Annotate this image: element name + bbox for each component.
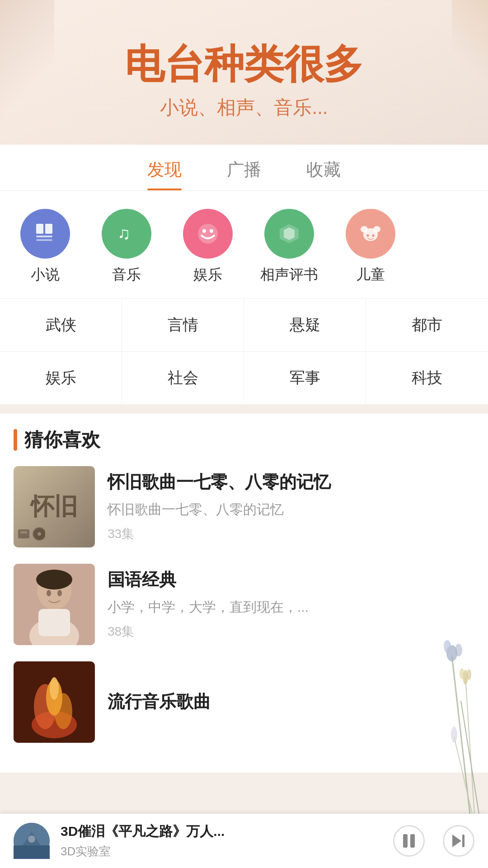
genre-dushi[interactable]: 都市 [366, 299, 488, 352]
category-entertainment[interactable]: 娱乐 [172, 209, 244, 285]
entertainment-icon [183, 209, 233, 259]
genre-yanqing[interactable]: 言情 [122, 299, 244, 352]
next-icon [450, 832, 468, 850]
tab-broadcast[interactable]: 广播 [227, 158, 261, 190]
rec-header: 猜你喜欢 [14, 427, 474, 453]
crosstalk-label: 相声评书 [260, 265, 318, 285]
hero-subtitle: 小说、相声、音乐... [160, 95, 328, 120]
pause-button[interactable] [393, 825, 425, 857]
recommendation-section: 猜你喜欢 怀旧 怀旧歌曲一七零、八零的记忆 怀旧歌曲一七零、八零的记忆 33集 [0, 414, 488, 773]
pause-bar-right [410, 834, 415, 848]
pause-icon [403, 834, 415, 848]
svg-point-14 [372, 234, 375, 237]
deco-left [0, 0, 54, 118]
svg-rect-15 [18, 529, 29, 538]
category-music[interactable]: ♫ 音乐 [90, 209, 163, 285]
thumb-huaijiu: 怀旧 [14, 466, 95, 547]
player-bar: 3D催泪《平凡之路》万人... 3D实验室 [0, 814, 488, 868]
svg-point-24 [47, 590, 51, 596]
svg-marker-9 [284, 227, 295, 240]
svg-point-21 [36, 570, 72, 590]
svg-point-25 [57, 590, 62, 596]
novel-icon [20, 209, 70, 259]
svg-point-11 [361, 226, 368, 232]
novel-label: 小说 [31, 265, 60, 285]
svg-rect-0 [36, 224, 43, 234]
music-icon: ♫ [102, 209, 151, 259]
svg-rect-48 [462, 835, 465, 847]
svg-text:♫: ♫ [117, 224, 131, 243]
rec-title: 猜你喜欢 [24, 427, 100, 453]
crosstalk-icon [264, 209, 314, 259]
svg-point-13 [366, 234, 369, 237]
player-controls [393, 825, 474, 857]
tab-bar: 发现 广播 收藏 [0, 145, 488, 191]
rec-indicator [14, 429, 17, 451]
tab-favorites[interactable]: 收藏 [306, 158, 341, 190]
item2-count: 38集 [108, 623, 474, 640]
svg-point-18 [38, 532, 41, 536]
children-label: 儿童 [356, 265, 385, 285]
list-item-2[interactable]: 国语经典 小学，中学，大学，直到现在，... 38集 [14, 564, 474, 645]
category-novel[interactable]: 小说 [9, 209, 81, 285]
list-item-3[interactable]: 流行音乐歌曲 [14, 661, 474, 743]
item1-title: 怀旧歌曲一七零、八零的记忆 [108, 471, 474, 493]
svg-rect-2 [36, 236, 52, 237]
music-label: 音乐 [112, 265, 141, 285]
entertainment-label: 娱乐 [193, 265, 222, 285]
thumb-text-1: 怀旧 [31, 491, 78, 523]
main-card: 小说 ♫ 音乐 娱乐 [0, 191, 488, 405]
genre-junshi[interactable]: 军事 [244, 352, 366, 405]
genre-xuanyi[interactable]: 悬疑 [244, 299, 366, 352]
svg-point-46 [28, 835, 35, 843]
pause-bar-left [403, 834, 408, 848]
player-info: 3D催泪《平凡之路》万人... 3D实验室 [61, 822, 382, 859]
svg-rect-1 [45, 224, 52, 234]
svg-rect-16 [20, 531, 27, 533]
svg-point-12 [373, 226, 380, 232]
svg-marker-47 [452, 835, 461, 847]
category-icons-row: 小说 ♫ 音乐 娱乐 [0, 191, 488, 298]
svg-rect-44 [14, 845, 50, 859]
list-item-1[interactable]: 怀旧 怀旧歌曲一七零、八零的记忆 怀旧歌曲一七零、八零的记忆 33集 [14, 466, 474, 547]
genre-keji[interactable]: 科技 [366, 352, 488, 405]
list-info-1: 怀旧歌曲一七零、八零的记忆 怀旧歌曲一七零、八零的记忆 33集 [108, 466, 474, 547]
player-avatar [14, 823, 50, 859]
svg-point-31 [50, 677, 59, 700]
item3-title: 流行音乐歌曲 [108, 691, 474, 713]
deco-right [452, 0, 488, 90]
svg-point-5 [198, 224, 218, 244]
svg-point-6 [202, 229, 206, 233]
hero-section: 电台种类很多 小说、相声、音乐... [0, 0, 488, 145]
genre-wuxia[interactable]: 武侠 [0, 299, 122, 352]
thumb-guoyu [14, 564, 95, 645]
category-crosstalk[interactable]: 相声评书 [253, 209, 325, 285]
svg-rect-3 [36, 239, 52, 241]
svg-rect-23 [38, 609, 70, 636]
player-author: 3D实验室 [61, 844, 382, 859]
item1-desc: 怀旧歌曲一七零、八零的记忆 [108, 500, 474, 519]
tab-discover[interactable]: 发现 [147, 158, 182, 190]
item1-count: 33集 [108, 525, 474, 542]
hero-title: 电台种类很多 [125, 42, 363, 86]
svg-point-7 [210, 229, 213, 233]
thumb-liuxing [14, 661, 95, 743]
list-info-3: 流行音乐歌曲 [108, 661, 474, 743]
item2-desc: 小学，中学，大学，直到现在，... [108, 598, 474, 617]
list-info-2: 国语经典 小学，中学，大学，直到现在，... 38集 [108, 564, 474, 645]
genre-yule[interactable]: 娱乐 [0, 352, 122, 405]
genre-grid: 武侠 言情 悬疑 都市 娱乐 社会 军事 科技 [0, 298, 488, 405]
children-icon [346, 209, 395, 259]
genre-shehui[interactable]: 社会 [122, 352, 244, 405]
category-children[interactable]: 儿童 [334, 209, 407, 285]
player-title: 3D催泪《平凡之路》万人... [61, 822, 382, 841]
next-button[interactable] [443, 825, 474, 857]
item2-title: 国语经典 [108, 569, 474, 591]
